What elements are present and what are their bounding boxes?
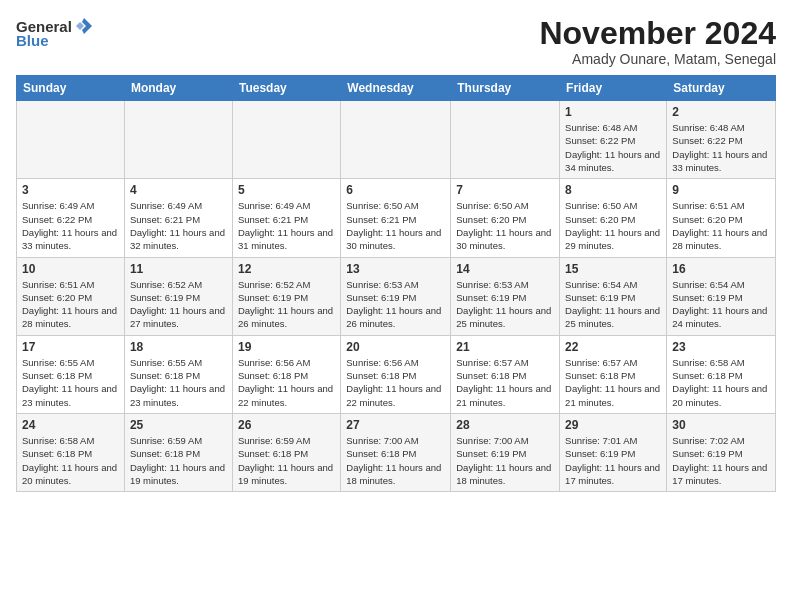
day-number: 19 <box>238 340 335 354</box>
sunrise-text: Sunrise: 6:48 AMSunset: 6:22 PMDaylight:… <box>672 122 767 173</box>
day-number: 13 <box>346 262 445 276</box>
day-number: 4 <box>130 183 227 197</box>
sunrise-text: Sunrise: 6:59 AMSunset: 6:18 PMDaylight:… <box>238 435 333 486</box>
day-cell-3-1: 18 Sunrise: 6:55 AMSunset: 6:18 PMDaylig… <box>124 335 232 413</box>
sunrise-text: Sunrise: 6:53 AMSunset: 6:19 PMDaylight:… <box>346 279 441 330</box>
header-sunday: Sunday <box>17 76 125 101</box>
day-number: 3 <box>22 183 119 197</box>
day-cell-1-3: 6 Sunrise: 6:50 AMSunset: 6:21 PMDayligh… <box>341 179 451 257</box>
day-number: 2 <box>672 105 770 119</box>
day-number: 27 <box>346 418 445 432</box>
day-cell-1-5: 8 Sunrise: 6:50 AMSunset: 6:20 PMDayligh… <box>560 179 667 257</box>
sunrise-text: Sunrise: 6:50 AMSunset: 6:20 PMDaylight:… <box>456 200 551 251</box>
sunrise-text: Sunrise: 6:58 AMSunset: 6:18 PMDaylight:… <box>672 357 767 408</box>
day-cell-3-2: 19 Sunrise: 6:56 AMSunset: 6:18 PMDaylig… <box>232 335 340 413</box>
sunrise-text: Sunrise: 6:57 AMSunset: 6:18 PMDaylight:… <box>565 357 660 408</box>
page-header: General Blue November 2024 Amady Ounare,… <box>16 16 776 67</box>
day-cell-4-2: 26 Sunrise: 6:59 AMSunset: 6:18 PMDaylig… <box>232 413 340 491</box>
day-cell-0-5: 1 Sunrise: 6:48 AMSunset: 6:22 PMDayligh… <box>560 101 667 179</box>
sunrise-text: Sunrise: 6:49 AMSunset: 6:21 PMDaylight:… <box>238 200 333 251</box>
sunrise-text: Sunrise: 6:49 AMSunset: 6:22 PMDaylight:… <box>22 200 117 251</box>
location-subtitle: Amady Ounare, Matam, Senegal <box>539 51 776 67</box>
sunrise-text: Sunrise: 6:55 AMSunset: 6:18 PMDaylight:… <box>130 357 225 408</box>
day-cell-1-0: 3 Sunrise: 6:49 AMSunset: 6:22 PMDayligh… <box>17 179 125 257</box>
day-number: 1 <box>565 105 661 119</box>
day-cell-2-4: 14 Sunrise: 6:53 AMSunset: 6:19 PMDaylig… <box>451 257 560 335</box>
sunrise-text: Sunrise: 6:51 AMSunset: 6:20 PMDaylight:… <box>672 200 767 251</box>
day-cell-4-5: 29 Sunrise: 7:01 AMSunset: 6:19 PMDaylig… <box>560 413 667 491</box>
day-cell-2-0: 10 Sunrise: 6:51 AMSunset: 6:20 PMDaylig… <box>17 257 125 335</box>
day-number: 6 <box>346 183 445 197</box>
day-cell-1-2: 5 Sunrise: 6:49 AMSunset: 6:21 PMDayligh… <box>232 179 340 257</box>
day-number: 18 <box>130 340 227 354</box>
day-cell-0-2 <box>232 101 340 179</box>
sunrise-text: Sunrise: 7:01 AMSunset: 6:19 PMDaylight:… <box>565 435 660 486</box>
day-cell-1-1: 4 Sunrise: 6:49 AMSunset: 6:21 PMDayligh… <box>124 179 232 257</box>
day-cell-2-6: 16 Sunrise: 6:54 AMSunset: 6:19 PMDaylig… <box>667 257 776 335</box>
day-number: 25 <box>130 418 227 432</box>
day-number: 12 <box>238 262 335 276</box>
day-cell-4-6: 30 Sunrise: 7:02 AMSunset: 6:19 PMDaylig… <box>667 413 776 491</box>
day-number: 16 <box>672 262 770 276</box>
sunrise-text: Sunrise: 6:56 AMSunset: 6:18 PMDaylight:… <box>238 357 333 408</box>
calendar-table: Sunday Monday Tuesday Wednesday Thursday… <box>16 75 776 492</box>
day-number: 15 <box>565 262 661 276</box>
svg-marker-1 <box>76 22 84 30</box>
day-number: 5 <box>238 183 335 197</box>
day-cell-0-3 <box>341 101 451 179</box>
day-cell-2-3: 13 Sunrise: 6:53 AMSunset: 6:19 PMDaylig… <box>341 257 451 335</box>
header-tuesday: Tuesday <box>232 76 340 101</box>
header-friday: Friday <box>560 76 667 101</box>
sunrise-text: Sunrise: 6:54 AMSunset: 6:19 PMDaylight:… <box>672 279 767 330</box>
header-thursday: Thursday <box>451 76 560 101</box>
day-cell-4-1: 25 Sunrise: 6:59 AMSunset: 6:18 PMDaylig… <box>124 413 232 491</box>
day-number: 24 <box>22 418 119 432</box>
sunrise-text: Sunrise: 6:48 AMSunset: 6:22 PMDaylight:… <box>565 122 660 173</box>
day-cell-0-1 <box>124 101 232 179</box>
week-row-0: 1 Sunrise: 6:48 AMSunset: 6:22 PMDayligh… <box>17 101 776 179</box>
day-number: 23 <box>672 340 770 354</box>
day-cell-3-6: 23 Sunrise: 6:58 AMSunset: 6:18 PMDaylig… <box>667 335 776 413</box>
day-number: 20 <box>346 340 445 354</box>
header-wednesday: Wednesday <box>341 76 451 101</box>
sunrise-text: Sunrise: 6:54 AMSunset: 6:19 PMDaylight:… <box>565 279 660 330</box>
day-cell-1-4: 7 Sunrise: 6:50 AMSunset: 6:20 PMDayligh… <box>451 179 560 257</box>
day-cell-3-5: 22 Sunrise: 6:57 AMSunset: 6:18 PMDaylig… <box>560 335 667 413</box>
day-number: 30 <box>672 418 770 432</box>
logo-blue: Blue <box>16 32 49 49</box>
day-cell-3-0: 17 Sunrise: 6:55 AMSunset: 6:18 PMDaylig… <box>17 335 125 413</box>
week-row-4: 24 Sunrise: 6:58 AMSunset: 6:18 PMDaylig… <box>17 413 776 491</box>
sunrise-text: Sunrise: 6:58 AMSunset: 6:18 PMDaylight:… <box>22 435 117 486</box>
sunrise-text: Sunrise: 7:00 AMSunset: 6:18 PMDaylight:… <box>346 435 441 486</box>
month-title: November 2024 <box>539 16 776 51</box>
sunrise-text: Sunrise: 6:55 AMSunset: 6:18 PMDaylight:… <box>22 357 117 408</box>
header-monday: Monday <box>124 76 232 101</box>
day-number: 17 <box>22 340 119 354</box>
sunrise-text: Sunrise: 6:50 AMSunset: 6:21 PMDaylight:… <box>346 200 441 251</box>
day-cell-0-4 <box>451 101 560 179</box>
day-number: 26 <box>238 418 335 432</box>
week-row-2: 10 Sunrise: 6:51 AMSunset: 6:20 PMDaylig… <box>17 257 776 335</box>
sunrise-text: Sunrise: 6:53 AMSunset: 6:19 PMDaylight:… <box>456 279 551 330</box>
sunrise-text: Sunrise: 6:52 AMSunset: 6:19 PMDaylight:… <box>130 279 225 330</box>
header-saturday: Saturday <box>667 76 776 101</box>
day-number: 28 <box>456 418 554 432</box>
day-cell-0-0 <box>17 101 125 179</box>
day-number: 10 <box>22 262 119 276</box>
day-number: 29 <box>565 418 661 432</box>
day-cell-2-2: 12 Sunrise: 6:52 AMSunset: 6:19 PMDaylig… <box>232 257 340 335</box>
title-area: November 2024 Amady Ounare, Matam, Seneg… <box>539 16 776 67</box>
day-number: 11 <box>130 262 227 276</box>
day-cell-4-0: 24 Sunrise: 6:58 AMSunset: 6:18 PMDaylig… <box>17 413 125 491</box>
logo-icon <box>74 16 94 36</box>
sunrise-text: Sunrise: 7:00 AMSunset: 6:19 PMDaylight:… <box>456 435 551 486</box>
day-cell-4-3: 27 Sunrise: 7:00 AMSunset: 6:18 PMDaylig… <box>341 413 451 491</box>
day-cell-4-4: 28 Sunrise: 7:00 AMSunset: 6:19 PMDaylig… <box>451 413 560 491</box>
week-row-3: 17 Sunrise: 6:55 AMSunset: 6:18 PMDaylig… <box>17 335 776 413</box>
day-number: 9 <box>672 183 770 197</box>
day-cell-1-6: 9 Sunrise: 6:51 AMSunset: 6:20 PMDayligh… <box>667 179 776 257</box>
day-number: 21 <box>456 340 554 354</box>
day-number: 7 <box>456 183 554 197</box>
day-number: 8 <box>565 183 661 197</box>
day-cell-3-4: 21 Sunrise: 6:57 AMSunset: 6:18 PMDaylig… <box>451 335 560 413</box>
